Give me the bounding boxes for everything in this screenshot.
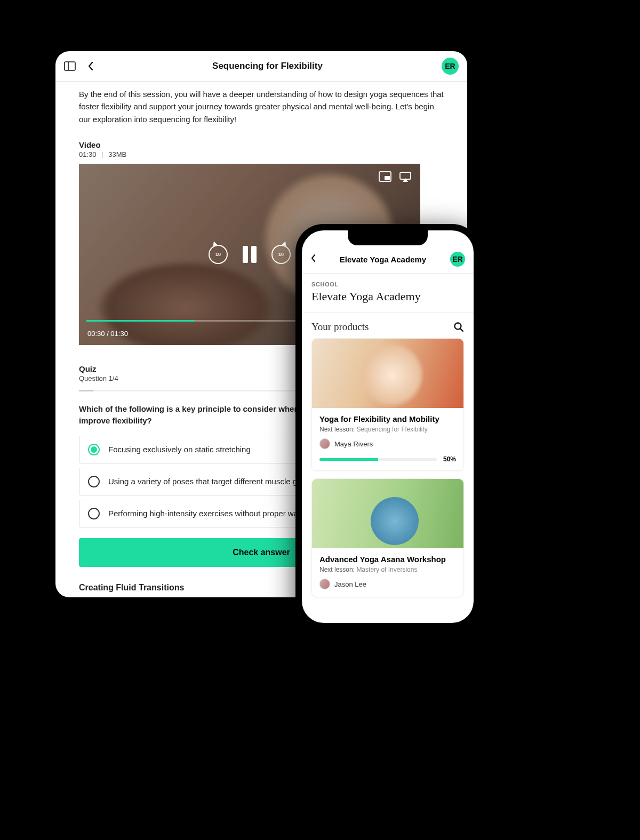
video-meta: 01:30 | 33MB — [79, 150, 444, 158]
school-name: Elevate Yoga Academy — [311, 290, 464, 303]
svg-rect-0 — [65, 62, 75, 70]
video-progress-fill — [86, 320, 194, 322]
option-label: Performing high-intensity exercises with… — [108, 509, 319, 518]
back-icon[interactable] — [87, 61, 93, 71]
phone-device: Elevate Yoga Academy ER SCHOOL Elevate Y… — [295, 224, 480, 629]
phone-screen: Elevate Yoga Academy ER SCHOOL Elevate Y… — [302, 230, 474, 623]
video-time-display: 00:30 / 01:30 — [87, 330, 128, 338]
back-icon[interactable] — [310, 254, 316, 265]
card-instructor: Maya Rivers — [319, 438, 456, 449]
card-title: Advanced Yoga Asana Workshop — [319, 555, 456, 564]
pip-icon[interactable] — [379, 171, 391, 183]
pause-button[interactable] — [243, 246, 257, 263]
svg-rect-3 — [385, 176, 390, 180]
card-title: Yoga for Flexibility and Mobility — [319, 414, 456, 423]
svg-line-7 — [461, 329, 463, 332]
forward-10-button[interactable]: 10 — [271, 245, 291, 264]
radio-icon — [88, 476, 100, 487]
sidebar-toggle-icon[interactable] — [64, 61, 76, 71]
tablet-header: Sequencing for Flexibility ER — [55, 51, 467, 82]
phone-title: Elevate Yoga Academy — [316, 255, 450, 264]
airplay-icon[interactable] — [399, 171, 412, 183]
option-label: Using a variety of poses that target dif… — [108, 477, 317, 486]
products-header: Your products — [302, 313, 474, 338]
card-image — [312, 339, 463, 408]
video-duration: 01:30 — [79, 150, 97, 158]
progress-fill — [319, 458, 378, 461]
school-label: SCHOOL — [311, 281, 464, 287]
svg-marker-5 — [403, 178, 408, 182]
card-image — [312, 479, 463, 548]
phone-notch — [348, 230, 428, 245]
products-title: Your products — [311, 321, 369, 333]
rewind-10-button[interactable]: 10 — [209, 245, 228, 264]
avatar[interactable]: ER — [442, 58, 459, 75]
option-label: Focusing exclusively on static stretchin… — [108, 445, 251, 454]
instructor-name: Maya Rivers — [334, 440, 373, 448]
progress-percent: 50% — [443, 455, 456, 463]
product-card[interactable]: Yoga for Flexibility and Mobility Next l… — [311, 338, 464, 471]
radio-icon — [88, 508, 100, 519]
school-header: SCHOOL Elevate Yoga Academy — [302, 274, 474, 313]
product-card[interactable]: Advanced Yoga Asana Workshop Next lesson… — [311, 478, 464, 597]
card-instructor: Jason Lee — [319, 579, 456, 589]
instructor-avatar — [319, 438, 330, 449]
radio-icon — [88, 444, 100, 455]
avatar[interactable]: ER — [450, 252, 465, 267]
intro-paragraph: By the end of this session, you will hav… — [79, 88, 444, 125]
card-subtitle: Next lesson: Sequencing for Flexibility — [319, 426, 456, 433]
search-icon[interactable] — [453, 322, 464, 332]
card-subtitle: Next lesson: Mastery of Inversions — [319, 566, 456, 573]
video-size: 33MB — [108, 150, 126, 158]
page-title: Sequencing for Flexibility — [212, 61, 323, 71]
product-list: Yoga for Flexibility and Mobility Next l… — [302, 338, 474, 605]
meta-divider: | — [101, 150, 103, 158]
instructor-avatar — [319, 579, 330, 589]
card-progress: 50% — [319, 455, 456, 463]
video-label: Video — [79, 140, 444, 149]
instructor-name: Jason Lee — [334, 580, 366, 588]
